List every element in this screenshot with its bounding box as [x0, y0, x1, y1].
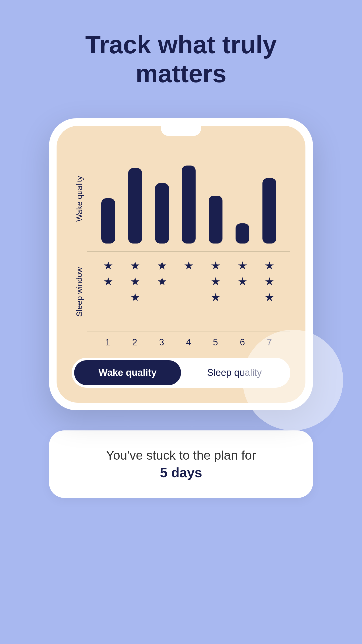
star-icon: ★ — [157, 275, 167, 288]
x-label-5: 5 — [208, 337, 223, 348]
star-icon: ★ — [264, 275, 274, 288]
bars-container — [95, 153, 283, 244]
bar-4 — [182, 166, 196, 244]
wake-quality-toggle[interactable]: Wake quality — [74, 360, 181, 385]
star-icon: ★ — [130, 275, 140, 288]
sleep-window-section: Sleep window ★★★★★★★★★★★★★★★★ — [72, 252, 290, 332]
bar-6 — [236, 223, 249, 244]
star-column-4: ★ — [184, 259, 194, 272]
sleep-window-y-label: Sleep window — [72, 252, 87, 332]
star-icon: ★ — [157, 259, 167, 272]
x-label-2: 2 — [127, 337, 142, 348]
bar-5 — [209, 196, 222, 244]
x-label-3: 3 — [154, 337, 169, 348]
wake-quality-chart — [87, 146, 290, 252]
star-icon: ★ — [211, 275, 220, 288]
star-column-1: ★★ — [103, 259, 113, 288]
x-label-1: 1 — [100, 337, 115, 348]
star-icon: ★ — [130, 291, 140, 304]
streak-days: 5 days — [69, 465, 293, 480]
star-column-2: ★★★ — [130, 259, 140, 304]
wake-quality-section: Wake quality — [72, 146, 290, 252]
bar-1 — [101, 198, 115, 244]
page-title: Track what truly matters — [68, 30, 294, 88]
star-icon: ★ — [130, 259, 140, 272]
streak-card: You've stuck to the plan for 5 days — [49, 430, 313, 498]
sleep-window-chart: ★★★★★★★★★★★★★★★★ — [87, 252, 290, 332]
streak-text: You've stuck to the plan for — [69, 448, 293, 463]
star-column-7: ★★★ — [264, 259, 274, 304]
star-icon: ★ — [103, 275, 113, 288]
star-icon: ★ — [103, 259, 113, 272]
star-column-3: ★★ — [157, 259, 167, 288]
star-icon: ★ — [184, 259, 194, 272]
bar-3 — [155, 183, 169, 244]
bar-7 — [262, 178, 276, 244]
star-column-5: ★★★ — [211, 259, 220, 304]
wake-quality-y-label: Wake quality — [72, 146, 87, 252]
star-icon: ★ — [264, 259, 274, 272]
phone-mockup: Wake quality Sleep window ★★★★★★★★★★★★★★… — [49, 118, 313, 410]
bar-2 — [128, 168, 142, 244]
star-icon: ★ — [264, 291, 274, 304]
star-icon: ★ — [211, 259, 220, 272]
phone-notch — [161, 126, 201, 136]
x-label-6: 6 — [235, 337, 250, 348]
x-label-4: 4 — [181, 337, 196, 348]
decorative-circle — [243, 330, 343, 430]
stars-container: ★★★★★★★★★★★★★★★★ — [95, 257, 283, 304]
star-icon: ★ — [238, 259, 247, 272]
star-icon: ★ — [211, 291, 220, 304]
star-icon: ★ — [238, 275, 247, 288]
star-column-6: ★★ — [238, 259, 247, 288]
